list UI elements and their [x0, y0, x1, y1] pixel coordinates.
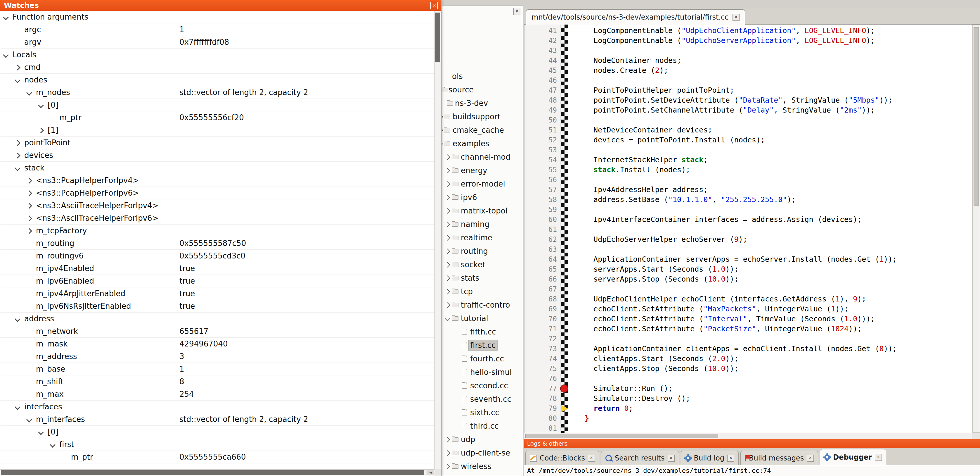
expand-icon[interactable]: [445, 168, 450, 173]
expand-icon[interactable]: [26, 203, 32, 209]
code-line[interactable]: [585, 244, 972, 254]
watch-row[interactable]: m_ipv4Enabledtrue: [0, 262, 434, 275]
watch-row[interactable]: m_base1: [0, 363, 434, 375]
line-number[interactable]: 77: [525, 383, 560, 393]
code-line[interactable]: NodeContainer nodes;: [585, 56, 972, 65]
tree-item-socket[interactable]: socket: [442, 258, 523, 272]
code-line[interactable]: echoClient.SetAttribute ("Interval", Tim…: [585, 314, 972, 324]
code-line[interactable]: LogComponentEnable ("UdpEchoClientApplic…: [585, 26, 972, 36]
tree-item-traffic-contro[interactable]: traffic-contro: [442, 298, 523, 311]
tree-item-cmake-cache[interactable]: cmake_cache: [442, 123, 523, 137]
close-tab-icon[interactable]: ×: [727, 455, 734, 462]
code-line[interactable]: Ipv4InterfaceContainer interfaces = addr…: [585, 215, 972, 225]
expand-icon[interactable]: [445, 302, 450, 308]
watch-row[interactable]: [1]: [0, 124, 434, 137]
expand-icon[interactable]: [445, 437, 450, 442]
tree-item-second-cc[interactable]: second.cc: [442, 379, 523, 392]
editor-vscrollbar[interactable]: [972, 24, 980, 433]
expand-icon[interactable]: [445, 208, 450, 214]
tree-item-ns-3-dev[interactable]: ns-3-dev: [442, 96, 523, 110]
expand-icon[interactable]: [442, 128, 443, 133]
line-number[interactable]: 49: [525, 105, 560, 115]
tree-item-seventh-cc[interactable]: seventh.cc: [442, 392, 523, 406]
watch-row[interactable]: nodes: [0, 73, 434, 86]
editor-tab[interactable]: mnt/dev/tools/source/ns-3-dev/examples/t…: [526, 10, 745, 24]
expand-icon[interactable]: [14, 140, 21, 146]
collapse-icon[interactable]: [14, 165, 21, 171]
code-line[interactable]: serverApps.Start (Seconds (1.0));: [585, 264, 972, 274]
code-line[interactable]: stack.Install (nodes);: [585, 165, 972, 175]
code-line[interactable]: devices = pointToPoint.Install (nodes);: [585, 135, 972, 145]
expand-icon[interactable]: [26, 178, 32, 184]
line-number[interactable]: 74: [525, 354, 560, 364]
line-number[interactable]: 42: [525, 36, 560, 46]
tree-item-realtime[interactable]: realtime: [442, 231, 523, 244]
code-line[interactable]: [585, 334, 972, 344]
tree-item-sixth-cc[interactable]: sixth.cc: [442, 406, 523, 419]
expand-icon[interactable]: [14, 65, 21, 70]
code-line[interactable]: Simulator::Run ();: [585, 383, 972, 393]
tree-item-hello-simul[interactable]: hello-simul: [442, 366, 523, 379]
watches-close-button[interactable]: ×: [430, 2, 438, 10]
tree-item-udp-client-se[interactable]: udp-client-se: [442, 446, 523, 460]
tree-item-error-model[interactable]: error-model: [442, 177, 523, 191]
expand-icon[interactable]: [14, 153, 21, 158]
log-tab-debugger[interactable]: Debugger×: [820, 449, 886, 465]
code-line[interactable]: InternetStackHelper stack;: [585, 155, 972, 165]
line-number[interactable]: 65: [525, 264, 560, 274]
watch-row[interactable]: <ns3::AsciiTraceHelperForIpv4>: [0, 200, 434, 212]
code-line[interactable]: [585, 175, 972, 185]
line-number[interactable]: 52: [525, 135, 560, 145]
project-close-button[interactable]: ×: [513, 8, 520, 15]
watches-hscrollbar[interactable]: ◄: [0, 469, 434, 476]
tree-item-ipv6[interactable]: ipv6: [442, 191, 523, 204]
code-text[interactable]: LogComponentEnable ("UdpEchoClientApplic…: [585, 26, 972, 433]
line-number[interactable]: 47: [525, 85, 560, 95]
code-line[interactable]: return 0;: [585, 404, 972, 414]
code-line[interactable]: [585, 145, 972, 155]
watch-row[interactable]: Locals: [0, 48, 434, 61]
code-line[interactable]: address.SetBase ("10.1.1.0", "255.255.25…: [585, 195, 972, 204]
line-number[interactable]: 64: [525, 254, 560, 264]
watch-row[interactable]: <ns3::PcapHelperForIpv6>: [0, 187, 434, 200]
line-number[interactable]: 71: [525, 324, 560, 334]
code-line[interactable]: ApplicationContainer serverApps = echoSe…: [585, 254, 972, 264]
expand-icon[interactable]: [445, 289, 450, 294]
watch-row[interactable]: m_ptr0x55555556cf20: [0, 112, 434, 124]
expand-icon[interactable]: [445, 181, 450, 187]
watch-row[interactable]: argv0x7fffffffdf08: [0, 36, 434, 48]
tree-item-fifth-cc[interactable]: fifth.cc: [442, 325, 523, 339]
watch-row[interactable]: first: [0, 438, 434, 451]
code-line[interactable]: Ipv4AddressHelper address;: [585, 185, 972, 195]
close-tab-icon[interactable]: ×: [875, 454, 882, 461]
log-tab-search-results[interactable]: Search results×: [601, 451, 679, 465]
code-line[interactable]: PointToPointHelper pointToPoint;: [585, 85, 972, 95]
watch-row[interactable]: m_tcpFactory: [0, 225, 434, 237]
line-number[interactable]: 54: [525, 155, 560, 165]
tab-close-icon[interactable]: ×: [732, 14, 740, 21]
expand-icon[interactable]: [445, 222, 450, 227]
expand-icon[interactable]: [445, 275, 450, 281]
code-line[interactable]: Simulator::Destroy ();: [585, 393, 972, 404]
watch-row[interactable]: <ns3::PcapHelperForIpv4>: [0, 174, 434, 187]
collapse-icon[interactable]: [14, 316, 21, 322]
expand-icon[interactable]: [26, 228, 32, 234]
breakpoint-icon[interactable]: [560, 385, 568, 393]
tree-item-naming[interactable]: naming: [442, 217, 523, 231]
watch-row[interactable]: m_nodesstd::vector of length 2, capacity…: [0, 86, 434, 99]
tree-item-matrix-topol[interactable]: matrix-topol: [442, 204, 523, 217]
line-number[interactable]: 61: [525, 225, 560, 235]
tree-item-source[interactable]: source: [442, 83, 523, 96]
tree-item-buildsupport[interactable]: buildsupport: [442, 110, 523, 123]
code-line[interactable]: serverApps.Stop (Seconds (10.0));: [585, 274, 972, 284]
watch-row[interactable]: [0]: [0, 99, 434, 112]
log-tab-build-messages[interactable]: Build messages×: [740, 451, 818, 465]
watch-row[interactable]: m_network655617: [0, 325, 434, 338]
scroll-left-button[interactable]: ◄: [426, 470, 434, 475]
code-line[interactable]: [585, 115, 972, 125]
collapse-icon[interactable]: [14, 404, 21, 410]
collapse-icon[interactable]: [50, 442, 56, 448]
line-number[interactable]: 81: [525, 423, 560, 433]
expand-icon[interactable]: [26, 190, 32, 196]
tree-item-ols[interactable]: ols: [442, 70, 523, 83]
